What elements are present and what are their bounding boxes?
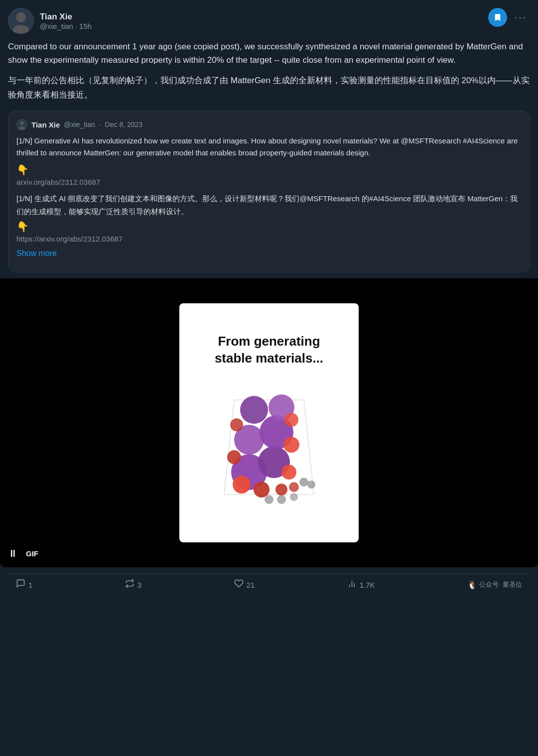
avatar[interactable] — [8, 8, 34, 34]
quoted-avatar — [16, 119, 27, 130]
tweet-header-left: Tian Xie @xie_tian · 15h — [8, 8, 92, 34]
bookmark-button[interactable] — [488, 8, 507, 27]
tweet-header: Tian Xie @xie_tian · 15h ··· — [8, 8, 530, 34]
gif-molecule — [199, 375, 339, 524]
quoted-user-name: Tian Xie — [31, 121, 60, 129]
show-more-link[interactable]: Show more — [16, 249, 57, 258]
svg-point-26 — [284, 413, 298, 427]
more-icon: ··· — [515, 11, 527, 24]
analytics-action[interactable]: 1.7K — [347, 579, 375, 590]
pause-button[interactable]: ⏸ — [8, 548, 18, 559]
svg-point-4 — [20, 121, 24, 125]
svg-point-28 — [277, 495, 286, 504]
wechat-icon: 🐧 — [467, 580, 477, 590]
quoted-tweet[interactable]: Tian Xie @xie_tian · Dec 8, 2023 [1/N] G… — [8, 111, 530, 272]
tweet-text-cn: 与一年前的公告相比（见复制的帖子），我们成功合成了由 MatterGen 生成的… — [8, 74, 530, 103]
svg-point-1 — [16, 12, 26, 22]
gif-title: From generating stable materials... — [205, 321, 333, 375]
analytics-count: 1.7K — [360, 581, 375, 589]
svg-point-29 — [290, 493, 298, 501]
gif-card: From generating stable materials... — [179, 303, 359, 542]
quoted-emoji: 👇 — [16, 164, 522, 176]
svg-point-27 — [265, 495, 273, 504]
wechat-label: 公众号 — [479, 580, 499, 589]
media-controls: ⏸ GIF — [8, 548, 41, 559]
analytics-icon — [347, 579, 357, 590]
more-button[interactable]: ··· — [511, 8, 530, 27]
quoted-handle: @xie_tian — [64, 121, 95, 128]
bookmark-icon — [493, 13, 502, 22]
svg-point-21 — [254, 482, 269, 498]
user-name[interactable]: Tian Xie — [40, 12, 92, 22]
gif-label: GIF — [23, 548, 41, 559]
avatar-image — [8, 8, 34, 34]
tweet-actions-right: ··· — [488, 8, 530, 27]
quoted-text-en: [1/N] Generative AI has revolutionized h… — [16, 135, 522, 159]
quoted-tweet-header: Tian Xie @xie_tian · Dec 8, 2023 — [16, 119, 522, 130]
wechat-section: 🐧 公众号 量圣位 — [467, 580, 522, 590]
user-handle-time: @xie_tian · 15h — [40, 22, 92, 30]
gif-title-line2: stable materials... — [215, 351, 323, 366]
molecule-svg — [204, 380, 334, 519]
like-icon — [234, 579, 244, 591]
svg-point-13 — [307, 481, 315, 489]
svg-point-20 — [233, 476, 251, 494]
svg-point-23 — [227, 450, 241, 464]
svg-point-10 — [275, 484, 287, 496]
tweet-time[interactable]: 15h — [79, 22, 92, 30]
tweet-footer: 1 3 21 — [8, 573, 530, 596]
user-info: Tian Xie @xie_tian · 15h — [40, 12, 92, 30]
tweet-text-en: Compared to our announcement 1 year ago … — [8, 40, 530, 67]
svg-point-22 — [281, 465, 296, 480]
separator: · — [75, 22, 77, 30]
svg-point-18 — [240, 396, 268, 424]
quoted-link-cn[interactable]: https://arxiv.org/abs/2312.03687 — [16, 235, 522, 243]
quoted-text-cn: [1/N] 生成式 AI 彻底改变了我们创建文本和图像的方式。那么，设计新型材料… — [16, 192, 522, 218]
gif-title-line1: From generating — [218, 334, 320, 349]
quoted-link[interactable]: arxiv.org/abs/2312.03687 — [16, 178, 522, 186]
retweet-icon — [125, 579, 134, 591]
svg-line-7 — [224, 400, 234, 495]
like-count: 21 — [247, 581, 255, 589]
media-container[interactable]: From generating stable materials... — [0, 278, 538, 567]
qm-label: 量圣位 — [503, 580, 522, 589]
quoted-date: Dec 8, 2023 — [105, 121, 143, 128]
retweet-count: 3 — [137, 581, 141, 589]
reply-action[interactable]: 1 — [16, 579, 32, 591]
svg-point-25 — [230, 418, 243, 431]
quoted-emoji-cn: 👇 — [16, 221, 522, 233]
retweet-action[interactable]: 3 — [125, 579, 141, 591]
tweet-container: Tian Xie @xie_tian · 15h ··· Compared to… — [0, 0, 538, 596]
reply-count: 1 — [28, 581, 32, 589]
like-action[interactable]: 21 — [234, 579, 255, 591]
user-handle[interactable]: @xie_tian — [40, 22, 73, 30]
tweet-body: Compared to our announcement 1 year ago … — [8, 40, 530, 567]
svg-point-12 — [299, 478, 308, 487]
media-inner: From generating stable materials... — [0, 278, 538, 567]
quoted-dot: · — [99, 121, 101, 128]
reply-icon — [16, 579, 25, 591]
svg-point-24 — [283, 437, 299, 453]
svg-point-11 — [289, 482, 299, 492]
